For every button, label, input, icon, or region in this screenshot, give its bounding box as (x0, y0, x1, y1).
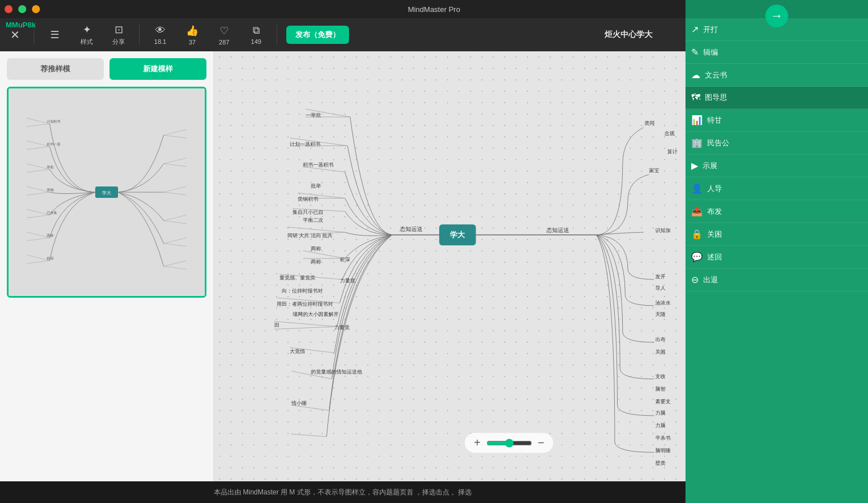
canvas-background[interactable]: 学大 态知运送 (214, 51, 686, 481)
svg-line-20 (164, 186, 186, 192)
toolbar-fav-count[interactable]: ♡ 287 (213, 22, 236, 48)
maximize-window-button[interactable]: ❐ (18, 5, 26, 13)
close-window-button[interactable]: ✕ (5, 5, 13, 13)
svg-text:学大: 学大 (102, 190, 111, 196)
eye-icon: 👁 (155, 25, 165, 36)
review-icon: 💬 (691, 252, 703, 262)
minimize-window-button[interactable]: — (32, 5, 40, 13)
tab-recommend[interactable]: 荐推样模 (7, 58, 104, 80)
right-sidebar: → ↗ 开打 ✎ 辑编 ☁ 文云书 🗺 图导思 📊 特甘 🏢 民告公 ▶ 示展 … (686, 0, 868, 503)
tab-create[interactable]: 新建模样 (109, 58, 206, 80)
right-menu-role[interactable]: 👤 人导 (686, 177, 868, 200)
svg-line-5 (27, 147, 50, 149)
svg-text:脑智: 脑智 (655, 386, 666, 392)
header-title: 炬火中心学大 (571, 18, 686, 51)
svg-text:批举: 批举 (311, 183, 321, 189)
svg-line-23 (164, 221, 186, 224)
review-label: 述回 (707, 252, 722, 262)
toolbar-menu-button[interactable]: ☰ (43, 26, 66, 43)
org-icon: 🏢 (691, 137, 703, 148)
right-menu-review[interactable]: 💬 述回 (686, 246, 868, 269)
toolbar-divider-3 (277, 25, 277, 45)
svg-line-97 (291, 405, 329, 411)
status-text: 本品出由 MindMaster 用 M 式形，不表示导图样立，容内题题页首 ，择… (214, 488, 472, 497)
svg-text:识知加: 识知加 (655, 228, 671, 233)
cloud-icon: ☁ (691, 70, 700, 80)
right-menu-favorite[interactable]: ⊖ 出退 (686, 269, 868, 291)
zoom-minus-button[interactable]: − (538, 436, 545, 449)
svg-text:家宝: 家宝 (649, 168, 659, 173)
open-icon: ↗ (691, 24, 699, 35)
svg-line-14 (27, 255, 50, 261)
toolbar-like-count[interactable]: 👍 37 (181, 22, 204, 48)
mind-map-canvas[interactable]: 学大 态知运送 (214, 51, 686, 481)
fav-count-value: 287 (219, 39, 229, 46)
svg-line-11 (27, 215, 50, 218)
toolbar-share-button[interactable]: ⊡ 分享 (107, 21, 130, 48)
svg-text:类钢积书: 类钢积书 (298, 196, 318, 202)
svg-text:态知运送: 态知运送 (546, 227, 569, 233)
panel-scroll-indicator (205, 175, 206, 209)
menu-icon: ☰ (50, 29, 59, 41)
svg-text:集自只小已自: 集自只小已自 (293, 209, 323, 215)
svg-line-4 (27, 141, 50, 147)
svg-text:两称: 两称 (47, 234, 54, 237)
mindmap-icon: 🗺 (691, 92, 700, 103)
svg-text:平杀书: 平杀书 (655, 435, 671, 441)
svg-line-10 (27, 209, 50, 215)
right-menu-org[interactable]: 🏢 民告公 (686, 132, 868, 155)
svg-line-15 (27, 261, 50, 263)
right-panel-arrow-button[interactable]: → (765, 5, 788, 27)
template-preview-area: 学大 (7, 87, 206, 298)
style-label: 样式 (80, 38, 93, 46)
role-icon: 👤 (691, 183, 703, 194)
svg-line-7 (27, 169, 50, 172)
right-menu-publish[interactable]: 📤 布发 (686, 200, 868, 223)
svg-text:向：位持时报书对: 向：位持时报书对 (282, 288, 323, 294)
open-label: 开打 (703, 25, 718, 35)
zoom-slider[interactable] (486, 439, 532, 448)
zoom-plus-button[interactable]: + (474, 436, 481, 449)
right-menu-edit[interactable]: ✎ 辑编 (686, 41, 868, 64)
right-menu-slide[interactable]: ▶ 示展 (686, 155, 868, 177)
right-menu-mindmap[interactable]: 🗺 图导思 (686, 87, 868, 109)
role-label: 人导 (707, 184, 722, 194)
cloudfile-label: 文云书 (705, 70, 727, 80)
style-icon: ✦ (83, 23, 91, 36)
right-menu-history[interactable]: 🔒 关困 (686, 223, 868, 246)
svg-text:支收: 支收 (655, 374, 666, 379)
left-template-panel: 荐推样模 新建模样 学大 (0, 51, 214, 481)
mindmap-label: 图导思 (705, 92, 727, 103)
preview-svg: 学大 (15, 90, 198, 295)
svg-text:出布: 出布 (655, 336, 666, 342)
history-icon: 🔒 (691, 229, 703, 240)
svg-text:算计: 算计 (667, 149, 678, 155)
svg-text:力脑: 力脑 (655, 423, 666, 428)
clone-count-value: 149 (251, 38, 261, 45)
svg-text:计划一蒸积书: 计划一蒸积书 (290, 141, 321, 147)
svg-line-22 (164, 215, 186, 221)
svg-line-13 (27, 238, 50, 241)
svg-text:壁类: 壁类 (655, 460, 666, 466)
publish-button[interactable]: 发布（免费） (286, 26, 349, 44)
svg-text:举批: 举批 (47, 165, 54, 169)
slide-label: 示展 (703, 161, 717, 171)
svg-text:脑明睡: 脑明睡 (655, 448, 671, 453)
svg-text:发开: 发开 (655, 274, 666, 279)
toolbar-style-button[interactable]: ✦ 样式 (75, 21, 98, 48)
svg-text:田: 田 (274, 322, 279, 328)
svg-text:两称: 两称 (311, 259, 321, 265)
svg-text:关困: 关困 (655, 349, 666, 355)
right-menu-cloudfile[interactable]: ☁ 文云书 (686, 64, 868, 87)
like-icon: 👍 (186, 25, 198, 37)
app-logo: MMuP8k (6, 21, 36, 29)
window-controls: ✕ ❐ — (5, 5, 40, 13)
gantt-icon: 📊 (691, 115, 703, 125)
share-icon: ⊡ (115, 23, 123, 36)
svg-text:念观: 念观 (664, 131, 675, 136)
svg-line-87 (287, 227, 345, 232)
right-menu-gantt[interactable]: 📊 特甘 (686, 109, 868, 132)
publish-icon: 📤 (691, 206, 703, 217)
svg-text:态知运送: 态知运送 (399, 226, 423, 232)
toolbar-clone-count[interactable]: ⧉ 149 (245, 22, 267, 47)
